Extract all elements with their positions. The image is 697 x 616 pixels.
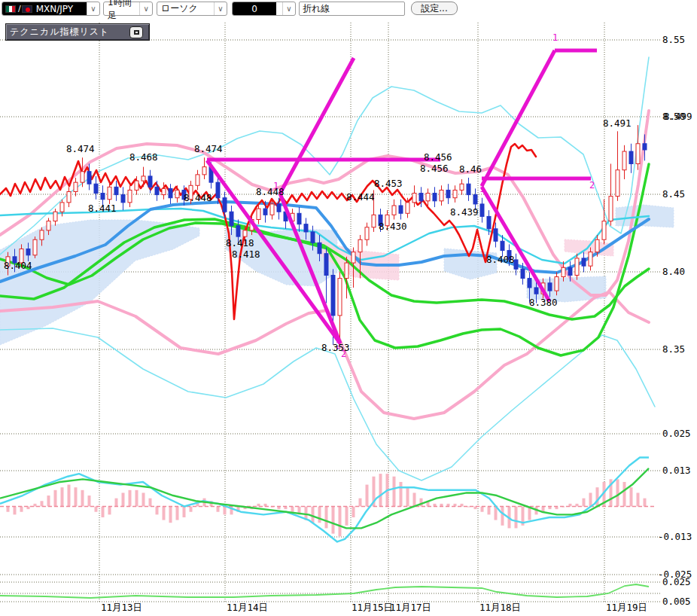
indicator-list-panel[interactable]: テクニカル指標リスト xyxy=(5,23,150,41)
macd-hist-bar xyxy=(102,507,105,517)
macd-hist-bar xyxy=(75,487,78,506)
mexico-flag-icon xyxy=(5,5,16,13)
price-label: 8.418 xyxy=(226,237,254,249)
ichimoku-clouds xyxy=(0,205,674,345)
price-label: 8.474 xyxy=(194,143,223,154)
chevron-down-icon[interactable]: ∨ xyxy=(282,2,295,15)
price-label: 8.474 xyxy=(66,143,95,154)
macd-hist-bar xyxy=(224,507,227,515)
band-lower-pink xyxy=(0,292,649,419)
macd-hist-bar xyxy=(41,501,44,506)
restore-window-icon[interactable] xyxy=(129,26,143,38)
axis-tick-label: 8.55 xyxy=(662,34,685,45)
chart-area[interactable]: 1221218.4748.4688.4748.4488.4418.4048.41… xyxy=(0,21,697,616)
macd-hist-bar xyxy=(467,507,470,508)
macd-hist-bar xyxy=(129,490,132,507)
macd-line xyxy=(0,457,649,541)
macd-hist-bar xyxy=(291,507,294,512)
price-label: 8.404 xyxy=(4,260,32,271)
price-label: 8.468 xyxy=(129,151,158,163)
price-label: 8.491 xyxy=(603,117,632,129)
axis-tick-label: 0.025 xyxy=(662,428,691,439)
toolbar: / MXN/JPY ∨ 1時間足 ∨ ローソク ∨ 0 ∨ 設定... xyxy=(0,0,697,21)
line-type-input[interactable] xyxy=(299,2,405,16)
trendline-marker: 1 xyxy=(552,32,558,43)
date-label: 11月13日 xyxy=(101,602,142,613)
price-label: 8.380 xyxy=(529,297,558,308)
macd-hist-bar xyxy=(81,490,84,507)
symbol-field: / MXN/JPY xyxy=(2,2,87,15)
macd-hist-bar xyxy=(352,507,355,517)
macd-hist-bar xyxy=(149,499,152,507)
macd-hist-bar xyxy=(7,507,10,512)
macd-hist-bar xyxy=(488,507,491,515)
macd-hist-bar xyxy=(163,507,166,520)
price-chart-svg[interactable]: 1221218.4748.4688.4748.4488.4418.4048.41… xyxy=(0,21,697,616)
timeframe-select[interactable]: 1時間足 ∨ xyxy=(103,2,153,16)
chevron-down-icon[interactable]: ∨ xyxy=(214,2,227,15)
price-label: 8.448 xyxy=(256,186,285,197)
price-label: 8.453 xyxy=(374,178,403,189)
price-label: 8.353 xyxy=(321,342,350,353)
macd-hist-bar xyxy=(318,507,321,523)
settings-label: 設定... xyxy=(421,2,447,15)
macd-hist-bar xyxy=(14,507,17,515)
price-label: 8.444 xyxy=(346,191,375,203)
macd-hist-bar xyxy=(406,487,409,506)
count-select[interactable]: 0 ∨ xyxy=(232,2,296,16)
macd-hist-bar xyxy=(325,507,328,529)
macd-hist-bar xyxy=(481,507,484,512)
macd-hist-bar xyxy=(88,496,91,506)
settings-button[interactable]: 設定... xyxy=(411,2,458,15)
price-label: 8.408 xyxy=(486,254,515,265)
chart-type-label: ローソク xyxy=(161,2,198,15)
symbol-select[interactable]: / MXN/JPY ∨ xyxy=(2,2,100,16)
trendline-marker: 2 xyxy=(589,180,595,191)
macd-hist-bar xyxy=(515,507,518,529)
axis-tick-label: 8.45 xyxy=(662,188,685,200)
macd-hist-bar xyxy=(576,504,579,507)
axis-tick-label: 8.35 xyxy=(662,343,685,355)
macd-hist-bar xyxy=(312,507,315,523)
chevron-down-icon[interactable]: ∨ xyxy=(87,2,99,15)
axis-tick-label: 0.005 xyxy=(662,596,691,607)
price-axis: 8.558.508.4998.458.408.350.0250.013-0.01… xyxy=(658,34,692,607)
macd-hist-bar xyxy=(108,507,111,515)
macd-hist-bar xyxy=(623,482,626,507)
date-axis: 11月13日11月14日11月15日11月17日11月18日11月19日 xyxy=(101,602,647,613)
trendline xyxy=(280,58,354,194)
chart-type-select[interactable]: ローソク ∨ xyxy=(157,2,227,16)
macd-hist-bar xyxy=(68,485,71,507)
macd-hist-bar xyxy=(61,487,64,506)
macd-hist-bar xyxy=(379,474,382,506)
price-label: 8.418 xyxy=(232,249,260,260)
macd-hist-bar xyxy=(345,507,348,526)
macd-hist-bar xyxy=(183,507,186,517)
macd-hist-bar xyxy=(47,496,50,506)
date-label: 11月14日 xyxy=(227,602,268,613)
axis-tick-label: -0.013 xyxy=(658,531,692,542)
macd-hist-bar xyxy=(393,477,396,507)
date-label: 11月18日 xyxy=(479,602,521,613)
date-label: 11月19日 xyxy=(606,602,647,613)
macd-hist-bar xyxy=(20,507,23,512)
price-label: 8.456 xyxy=(424,151,452,163)
macd-hist-bar xyxy=(34,504,37,507)
macd-hist-bar xyxy=(332,507,335,534)
date-label: 11月17日 xyxy=(390,602,431,613)
macd-hist-bar xyxy=(589,492,592,506)
macd-hist-bar xyxy=(54,490,57,507)
price-label: 8.430 xyxy=(379,221,407,232)
macd-hist-bar xyxy=(630,487,633,506)
axis-tick-label: 0.025 xyxy=(662,576,691,587)
macd-hist-bar xyxy=(596,487,599,506)
macd-hist-bar xyxy=(95,507,98,512)
macd-signal-line xyxy=(0,468,649,529)
macd-hist-bar xyxy=(501,507,504,526)
indicator-panel-title: テクニカル指標リスト xyxy=(6,26,109,38)
count-field: 0 xyxy=(233,2,276,15)
macd-hist-bar xyxy=(637,492,640,506)
chevron-down-icon[interactable]: ∨ xyxy=(139,2,152,15)
macd-hist-bar xyxy=(176,507,179,520)
macd-hist-bar xyxy=(616,479,619,506)
